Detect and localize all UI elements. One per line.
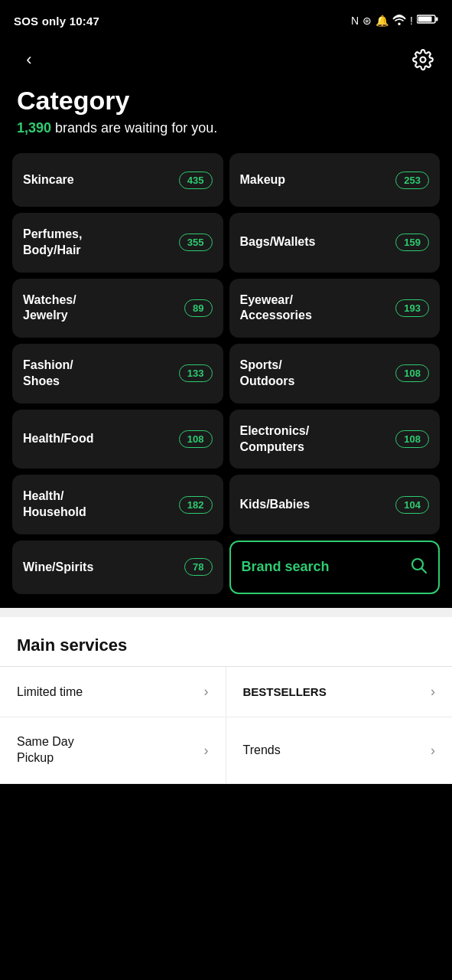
- category-watches[interactable]: Watches/Jewelry 89: [12, 279, 223, 338]
- chevron-right-icon: ›: [204, 743, 209, 759]
- category-label: Bags/Wallets: [240, 234, 390, 250]
- category-count: 253: [395, 172, 429, 189]
- nfc-icon: N: [351, 15, 359, 27]
- category-count: 159: [395, 234, 429, 251]
- service-label: Limited time: [17, 684, 83, 701]
- gear-icon: [412, 49, 434, 70]
- category-sports[interactable]: Sports/Outdoors 108: [229, 344, 441, 403]
- chevron-right-icon: ›: [431, 743, 435, 759]
- category-count: 108: [395, 364, 429, 382]
- category-count: 182: [179, 496, 213, 514]
- service-label: BESTSELLERS: [243, 684, 327, 700]
- category-label: Sports/Outdoors: [240, 358, 390, 390]
- category-count: 355: [179, 234, 213, 251]
- battery-icon: [417, 14, 438, 28]
- section-divider: [0, 608, 452, 617]
- service-label: Same DayPickup: [17, 734, 74, 766]
- category-label: Perfumes,Body/Hair: [23, 227, 173, 259]
- category-label: Makeup: [240, 172, 390, 188]
- category-health-food[interactable]: Health/Food 108: [12, 410, 223, 469]
- category-health-household[interactable]: Health/Household 182: [12, 475, 223, 534]
- services-grid: Limited time › BESTSELLERS › Same DayPic…: [0, 667, 452, 784]
- main-services-title: Main services: [0, 635, 452, 666]
- category-kids[interactable]: Kids/Babies 104: [229, 475, 441, 534]
- category-eyewear[interactable]: Eyewear/Accessories 193: [229, 279, 441, 338]
- chevron-right-icon: ›: [431, 684, 435, 700]
- service-label: Trends: [243, 743, 281, 759]
- status-icons: N ⊛ 🔔 !: [351, 14, 438, 28]
- page-header: Category 1,390 brands are waiting for yo…: [0, 86, 452, 153]
- category-grid: Skincare 435 Makeup 253 Perfumes,Body/Ha…: [0, 153, 452, 594]
- page-subtitle: 1,390 brands are waiting for you.: [17, 120, 435, 136]
- category-makeup[interactable]: Makeup 253: [229, 153, 441, 207]
- brand-search-label: Brand search: [242, 558, 402, 576]
- category-label: Health/Household: [23, 488, 173, 521]
- subtitle-text: brands are waiting for you.: [55, 120, 217, 136]
- chevron-right-icon: ›: [204, 684, 209, 700]
- brand-count: 1,390: [17, 120, 51, 136]
- status-bar: SOS only 10:47 N ⊛ 🔔 !: [0, 0, 452, 38]
- status-time: SOS only 10:47: [14, 15, 99, 28]
- svg-rect-2: [436, 18, 438, 21]
- svg-line-5: [422, 568, 427, 573]
- search-icon: [409, 556, 428, 579]
- category-wine[interactable]: Wine/Spirits 78: [12, 541, 223, 594]
- category-label: Watches/Jewelry: [23, 292, 178, 325]
- category-bags[interactable]: Bags/Wallets 159: [229, 213, 441, 273]
- category-skincare[interactable]: Skincare 435: [12, 153, 223, 207]
- alert-icon: !: [410, 15, 413, 27]
- category-label: Electronics/Computers: [240, 423, 390, 456]
- vibrate-icon: 🔔: [376, 15, 389, 27]
- service-same-day[interactable]: Same DayPickup ›: [0, 717, 226, 784]
- category-count: 108: [179, 430, 213, 448]
- category-count: 104: [395, 496, 429, 514]
- back-arrow-icon: ‹: [26, 50, 31, 70]
- brand-search-button[interactable]: Brand search: [229, 541, 441, 594]
- category-count: 108: [395, 430, 429, 448]
- service-bestsellers[interactable]: BESTSELLERS ›: [226, 667, 453, 717]
- category-count: 89: [184, 299, 212, 317]
- main-services-section: Main services Limited time › BESTSELLERS…: [0, 617, 452, 784]
- category-perfumes[interactable]: Perfumes,Body/Hair 355: [12, 213, 223, 273]
- wifi-icon: [392, 15, 406, 28]
- category-fashion[interactable]: Fashion/Shoes 133: [12, 344, 223, 403]
- category-count: 133: [179, 364, 213, 382]
- back-button[interactable]: ‹: [15, 46, 43, 74]
- category-electronics[interactable]: Electronics/Computers 108: [229, 410, 441, 469]
- category-label: Wine/Spirits: [23, 560, 178, 576]
- category-label: Skincare: [23, 172, 173, 188]
- category-label: Eyewear/Accessories: [240, 292, 390, 325]
- category-label: Fashion/Shoes: [23, 358, 173, 390]
- category-count: 435: [179, 172, 213, 189]
- page-title: Category: [17, 86, 435, 116]
- service-limited-time[interactable]: Limited time ›: [0, 667, 226, 717]
- top-navigation: ‹: [0, 38, 452, 86]
- category-count: 78: [184, 558, 212, 576]
- category-count: 193: [395, 299, 429, 317]
- service-trends[interactable]: Trends ›: [226, 717, 453, 784]
- svg-point-3: [421, 57, 426, 63]
- settings-button[interactable]: [409, 46, 437, 74]
- svg-rect-1: [418, 17, 432, 22]
- bluetooth-icon: ⊛: [363, 15, 372, 27]
- category-label: Kids/Babies: [240, 497, 390, 513]
- category-label: Health/Food: [23, 431, 173, 447]
